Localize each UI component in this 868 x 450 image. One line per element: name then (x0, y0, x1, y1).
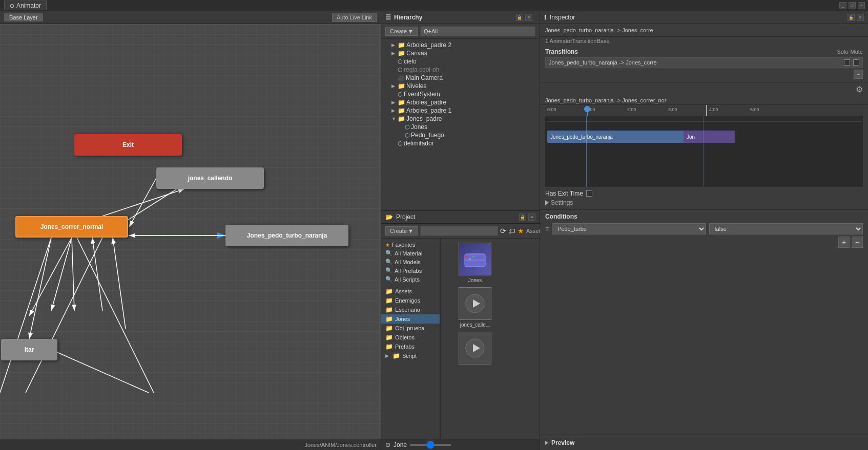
tree-canvas[interactable]: ▶ 📁 Canvas (381, 49, 540, 57)
tag-icon[interactable]: 🏷 (508, 227, 515, 235)
asset-escenario[interactable]: 📁 Escenario (381, 305, 440, 314)
mute-checkbox[interactable] (853, 59, 859, 66)
hierarchy-header: ☰ Hierarchy 🔒 ≡ (381, 11, 540, 24)
project-search[interactable] (420, 226, 498, 236)
project-menu[interactable]: ≡ (528, 213, 535, 221)
maximize-btn[interactable]: □ (849, 2, 856, 9)
animator-tab-label: Animator (16, 2, 41, 9)
node-exit[interactable]: Exit (74, 134, 182, 156)
gear-row: ⚙ (540, 82, 868, 96)
hierarchy-title: ☰ Hierarchy (385, 14, 422, 21)
fav-all-scripts[interactable]: 🔍 All Scripts (381, 275, 440, 284)
animator-header-left: Base Layer (4, 13, 43, 22)
solo-mute-labels: Solo Mute (837, 49, 863, 55)
remove-transition-btn[interactable]: − (854, 70, 863, 79)
settings-collapse-icon (545, 200, 549, 205)
asset-jones[interactable]: 📁 Jones (381, 314, 440, 324)
transition-item[interactable]: Jones_pedo_turbo_naranja -> Jones_corre (545, 57, 863, 68)
exit-settings: Has Exit Time Settings (540, 187, 868, 210)
node-callendo[interactable]: jones_callendo (156, 167, 264, 189)
node-altar[interactable]: ltar (1, 339, 57, 360)
project-header-right: 🔒 ≡ (519, 213, 535, 221)
tree-arboles-padre-1[interactable]: ▶ 📁 Arboles_padre 1 (381, 106, 540, 115)
tree-jones-padre[interactable]: ▼ 📁 Jones_padre (381, 115, 540, 123)
ruler-tick-4: 4:00 (709, 107, 718, 112)
svg-line-5 (29, 238, 72, 316)
star-filter-icon[interactable]: ★ (518, 227, 524, 235)
tree-jones[interactable]: ⬡ Jones (381, 123, 540, 131)
svg-line-11 (92, 238, 102, 311)
hierarchy-toolbar: Create ▼ (381, 24, 540, 39)
condition-param-select[interactable]: Pedo_turbo (552, 223, 706, 234)
star-icon: ★ (385, 242, 390, 248)
window-controls: _ □ × (836, 2, 868, 9)
auto-live-link-btn[interactable]: Auto Live Link (332, 13, 377, 22)
tree-delimitador[interactable]: ⬡ delimitador (381, 139, 540, 147)
node-correr[interactable]: Jones_correr_normal (15, 216, 128, 238)
asset-prefabs[interactable]: 📁 Prefabs (381, 342, 440, 351)
timeline-container: 0:00 1:00 2:00 3:00 4:00 5:00 (545, 105, 863, 187)
tree-regla[interactable]: ⬡ regla cool-oh (381, 66, 540, 74)
close-btn[interactable]: × (858, 2, 865, 9)
tree-arboles-padre[interactable]: ▶ 📁 Arboles_padre (381, 98, 540, 106)
jones-controller-label: Jones (468, 277, 482, 283)
preview-collapse-icon (545, 441, 548, 445)
mute-label: Mute (851, 49, 863, 55)
tree-pedo-fuego[interactable]: ⬡ Pedo_fuego (381, 131, 540, 139)
node-pedo[interactable]: Jones_pedo_turbo_naranja (225, 225, 348, 246)
asset-jones-controller[interactable]: Jones (459, 243, 491, 283)
favorites-header: ★ Favorites (381, 241, 440, 249)
fav-all-prefabs[interactable]: 🔍 All Prefabs (381, 266, 440, 275)
svg-line-16 (77, 238, 154, 393)
timeline-ruler: 0:00 1:00 2:00 3:00 4:00 5:00 (545, 105, 863, 116)
asset-jones-callendo[interactable]: jones_calle... (459, 287, 491, 328)
equals-icon: ≡ (545, 225, 549, 232)
project-panel: 📂 Project 🔒 ≡ Create ▼ ⟳ 🏷 ★ Assets (381, 211, 540, 450)
condition-value-select[interactable]: false true (709, 223, 863, 234)
callendo-label: jones_calle... (460, 322, 490, 328)
inspector-lock[interactable]: 🔒 (848, 14, 855, 21)
tree-main-camera[interactable]: 🎥 Main Camera (381, 74, 540, 82)
animator-canvas[interactable]: Exit jones_callendo Jones_correr_normal … (0, 24, 381, 439)
gear-icon[interactable]: ⚙ (856, 84, 863, 94)
clip-pedo[interactable]: Jones_pedo_turbo_naranja (547, 131, 691, 143)
animator-tab[interactable]: ⊙ Animator (4, 1, 47, 10)
base-layer-tab[interactable]: Base Layer (4, 13, 43, 22)
refresh-icon[interactable]: ⟳ (500, 227, 506, 235)
folder-icon: 📁 (392, 352, 400, 359)
solo-checkbox[interactable] (844, 59, 850, 66)
project-lock[interactable]: 🔒 (519, 213, 526, 221)
hierarchy-lock[interactable]: 🔒 (516, 14, 523, 21)
settings-row[interactable]: Settings (545, 199, 863, 206)
hierarchy-menu[interactable]: ≡ (525, 14, 532, 21)
inspector-panel: ℹ Inspector 🔒 ≡ Jones_pedo_turbo_naranja… (540, 11, 868, 450)
asset-script[interactable]: ▶ 📁 Script (381, 351, 440, 360)
zoom-slider[interactable] (410, 444, 451, 446)
project-footer-label: Jone (394, 441, 407, 448)
transitions-section: Transitions Solo Mute Jones_pedo_turbo_n… (540, 45, 868, 82)
tree-eventsystem[interactable]: ⬡ EventSystem (381, 90, 540, 98)
has-exit-time-checkbox[interactable] (586, 190, 592, 197)
clip-jon-label: Jon (687, 134, 695, 140)
minimize-btn[interactable]: _ (839, 2, 846, 9)
inspector-menu[interactable]: ≡ (857, 14, 864, 21)
asset-enemigos[interactable]: 📁 Enemigos (381, 296, 440, 305)
project-label: Project (396, 213, 415, 221)
hierarchy-search[interactable] (420, 26, 535, 36)
svg-point-23 (473, 256, 474, 258)
add-condition-btn[interactable]: + (838, 237, 850, 248)
tree-cielo[interactable]: ⬡ cielo (381, 57, 540, 66)
hierarchy-create-btn[interactable]: Create ▼ (385, 27, 418, 36)
asset-more-anim[interactable] (459, 332, 491, 367)
fav-all-models[interactable]: 🔍 All Models (381, 258, 440, 266)
remove-condition-btn[interactable]: − (852, 237, 863, 248)
svg-point-22 (469, 259, 471, 260)
asset-objetos[interactable]: 📁 Objetos (381, 333, 440, 342)
tree-niveles[interactable]: ▶ 📁 Niveles (381, 82, 540, 90)
clip-jon[interactable]: Jon (684, 131, 735, 143)
project-create-btn[interactable]: Create ▼ (385, 226, 418, 235)
folder-icon: 📁 (385, 334, 393, 341)
tree-arboles-padre-2[interactable]: ▶ 📁 Arboles_padre 2 (381, 41, 540, 49)
fav-all-materials[interactable]: 🔍 All Material (381, 249, 440, 258)
asset-obj-prueba[interactable]: 📁 Obj_prueba (381, 324, 440, 333)
